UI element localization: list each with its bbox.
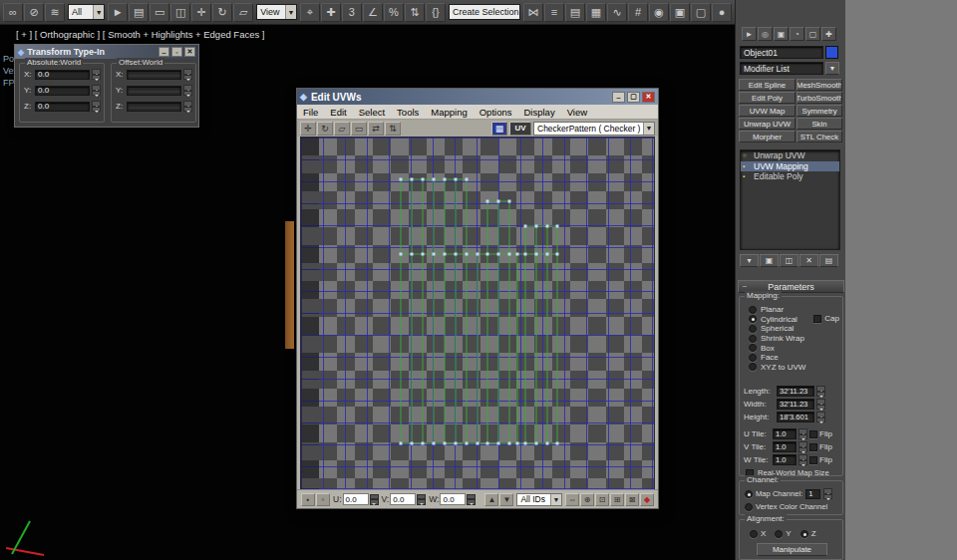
layer-manager-icon[interactable]: ▤	[565, 3, 585, 22]
spinner[interactable]	[798, 441, 807, 452]
axis-radio[interactable]: Z	[800, 529, 816, 538]
zoom-extents-icon[interactable]: ⊞	[610, 493, 624, 506]
modifier-stack-item[interactable]: ○ Unwrap UVW	[741, 150, 839, 161]
w-coordinate-field[interactable]: 0.0	[440, 493, 466, 505]
axis-value-field[interactable]: 0.0	[35, 102, 90, 112]
modifier-set-button[interactable]: Morpher	[739, 131, 796, 142]
uv-editor-canvas[interactable]	[300, 137, 655, 490]
modifier-set-button[interactable]: Unwrap UVW	[739, 118, 796, 130]
model-object[interactable]	[285, 221, 294, 349]
show-end-result-icon[interactable]: ▣	[760, 254, 779, 267]
select-and-rotate-icon[interactable]: ↻	[212, 3, 232, 22]
motion-tab-icon[interactable]: ◔	[790, 27, 804, 41]
map-channel-field[interactable]: 1	[805, 489, 820, 499]
modifier-set-button[interactable]: MeshSmooth	[797, 79, 842, 91]
mirror-horizontal-icon[interactable]: ⇄	[368, 122, 384, 136]
menu-tools[interactable]: Tools	[391, 107, 425, 118]
mapping-option-radio[interactable]: XYZ to UVW	[749, 363, 805, 373]
unlink-selection-icon[interactable]: ⊘	[24, 3, 44, 22]
material-id-dropdown[interactable]: All IDs▼	[516, 493, 562, 506]
cap-checkbox[interactable]: Cap	[813, 314, 839, 323]
create-tab-icon[interactable]: ►	[742, 27, 757, 41]
render-production-icon[interactable]: ●	[712, 3, 732, 22]
dimension-field[interactable]: 18'3.601	[777, 412, 814, 422]
spinner[interactable]	[92, 101, 101, 112]
mapping-option-radio[interactable]: Face	[749, 353, 805, 363]
edit-uvws-titlebar[interactable]: ◈ Edit UVWs ‒ ▢ ✕	[297, 89, 658, 105]
menu-view[interactable]: View	[561, 107, 593, 118]
bind-to-space-warp-icon[interactable]: ≋	[45, 3, 65, 22]
v-coordinate-field[interactable]: 0.0	[390, 493, 416, 505]
texture-dropdown[interactable]: CheckerPattern ( Checker )▼	[533, 122, 655, 136]
select-and-move-icon[interactable]: ✛	[191, 3, 211, 22]
configure-modifier-sets-icon[interactable]: ▤	[819, 254, 838, 267]
axis-radio[interactable]: Y	[775, 529, 791, 538]
modify-tab-icon[interactable]: ◎	[758, 27, 773, 41]
transform-dialog-titlebar[interactable]: ◈ Transform Type-In ‒ ▫ ✕	[15, 45, 198, 59]
axis-value-field[interactable]	[127, 86, 181, 96]
tile-field[interactable]: 1.0	[773, 428, 797, 439]
rendered-frame-icon[interactable]: ▢	[691, 3, 711, 22]
spinner[interactable]	[467, 494, 476, 505]
remove-modifier-icon[interactable]: ✕	[799, 254, 818, 267]
tile-field[interactable]: 1.0	[773, 441, 797, 452]
tile-field[interactable]: 1.0	[773, 454, 797, 465]
spinner[interactable]	[92, 69, 101, 80]
uv-space-button[interactable]: UV	[509, 122, 531, 136]
spinner[interactable]	[417, 494, 426, 505]
mapping-option-radio[interactable]: Planar	[749, 305, 805, 315]
map-channel-radio[interactable]: Map Channel: 1	[745, 488, 832, 499]
restore-icon[interactable]: ▫	[171, 47, 182, 57]
select-object-icon[interactable]: ►	[108, 3, 128, 22]
rectangular-selection-region-icon[interactable]: ▭	[150, 3, 169, 22]
align-icon[interactable]: ≡	[544, 3, 564, 22]
render-setup-icon[interactable]: ▣	[670, 3, 690, 22]
u-coordinate-field[interactable]: 0.0	[343, 493, 369, 505]
modifier-set-button[interactable]: UVW Map	[739, 105, 796, 117]
spinner[interactable]	[92, 85, 101, 96]
axis-radio[interactable]: X	[750, 529, 766, 538]
axis-value-field[interactable]: 0.0	[35, 86, 90, 96]
select-and-scale-icon[interactable]: ▱	[233, 3, 253, 22]
modifier-set-button[interactable]: Edit Spline	[739, 79, 796, 91]
menu-file[interactable]: File	[297, 107, 324, 118]
rotate-uv-icon[interactable]: ↻	[317, 122, 333, 136]
snap-icon[interactable]: ◆	[640, 493, 654, 506]
flip-checkbox[interactable]	[809, 430, 817, 438]
use-pivot-point-icon[interactable]: ⌖	[300, 3, 320, 22]
mapping-option-radio[interactable]: Cylindrical	[749, 315, 805, 325]
axis-value-field[interactable]: 0.0	[35, 70, 90, 80]
hierarchy-tab-icon[interactable]: ▣	[774, 27, 789, 41]
maximize-icon[interactable]: ▢	[627, 92, 640, 103]
pan-icon[interactable]: ⇔	[565, 493, 579, 506]
flip-checkbox[interactable]	[809, 456, 817, 464]
mapping-option-radio[interactable]: Shrink Wrap	[749, 334, 805, 344]
named-selection-dropdown[interactable]: Create Selection Se▼	[449, 4, 520, 20]
zoom-selected-icon[interactable]: ⊠	[625, 493, 639, 506]
spinner[interactable]	[798, 428, 807, 439]
material-editor-icon[interactable]: ◉	[649, 3, 669, 22]
snap-toggle-icon[interactable]: 3	[342, 3, 362, 22]
minimize-icon[interactable]: ‒	[159, 47, 169, 57]
object-name-field[interactable]: Object01	[740, 46, 823, 59]
spinner-snap-icon[interactable]: ⇅	[405, 3, 425, 22]
absolute-coords-icon[interactable]: ▪	[301, 493, 315, 506]
zoom-region-icon[interactable]: ⊡	[595, 493, 609, 506]
show-map-toggle-icon[interactable]: ▦	[491, 122, 507, 136]
spinner[interactable]	[816, 412, 825, 422]
manipulate-button[interactable]: Manipulate	[757, 543, 827, 556]
spinner[interactable]	[183, 101, 192, 112]
pin-stack-icon[interactable]: ▾	[740, 254, 759, 267]
select-by-name-icon[interactable]: ▤	[129, 3, 149, 22]
object-color-swatch[interactable]	[825, 46, 838, 59]
flip-checkbox[interactable]	[809, 443, 817, 451]
close-icon[interactable]: ✕	[184, 47, 195, 57]
selection-filter-dropdown[interactable]: All▼	[68, 4, 105, 20]
menu-select[interactable]: Select	[353, 107, 391, 118]
utilities-tab-icon[interactable]: ✚	[821, 27, 836, 41]
modifier-list-dropdown[interactable]: Modifier List	[740, 62, 823, 75]
modifier-set-button[interactable]: TurboSmooth	[797, 92, 842, 104]
dimension-field[interactable]: 32'11.23	[777, 399, 814, 410]
freeform-mode-icon[interactable]: ▭	[351, 122, 367, 136]
edit-named-selections-icon[interactable]: {}	[426, 3, 446, 22]
